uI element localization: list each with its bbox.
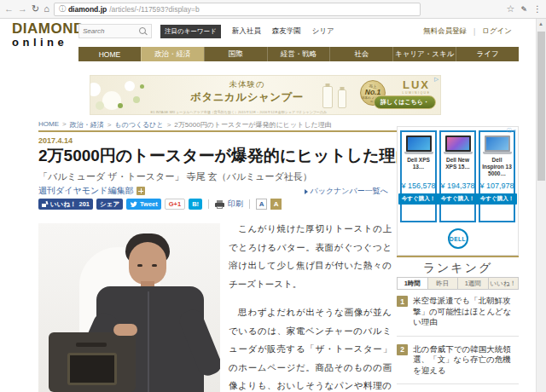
browser-menu-icon[interactable]: ⋮ <box>533 4 542 14</box>
ranking-item[interactable]: 2 北の脅威下での韓国大統領選、「文」なら存亡の危機を迎える <box>397 336 519 384</box>
keyword-link[interactable]: 新入社員 <box>232 26 261 37</box>
dell-product-card[interactable]: Dell Inspiron 13 5000… ¥ 107,978 今すぐ購入！ <box>479 130 515 222</box>
banner-fineprint: ※1 INTAGE SRI トータルヘアケア市場（育毛剤を除く）2015年12月… <box>150 110 406 114</box>
divider <box>249 199 250 209</box>
balmuda-toaster <box>49 332 136 392</box>
adchoices-icon[interactable]: ▷ <box>434 76 439 83</box>
article-photo-terao-gen <box>38 223 220 392</box>
scrollbar-thumb[interactable] <box>537 32 545 181</box>
backnumber-link[interactable]: バックナンバー一覧へ <box>305 186 388 197</box>
laptop-image <box>444 135 473 154</box>
nav-tab-politics-economy[interactable]: 政治・経済 <box>141 47 204 61</box>
site-logo-line1: DIAMOND <box>12 21 84 36</box>
buy-now-button[interactable]: 今すぐ購入！ <box>438 193 478 205</box>
lux-brand-logo: LUX LUMINIQUE <box>396 78 437 95</box>
tweet-button[interactable]: Tweet <box>126 199 161 210</box>
twitter-bird-icon <box>130 200 137 208</box>
nav-tab-life[interactable]: ライフ <box>456 47 519 61</box>
nav-tab-society[interactable]: 社会 <box>329 47 392 61</box>
login-link[interactable]: ログイン <box>482 26 512 37</box>
thumbs-up-icon <box>42 201 48 207</box>
product-price: ¥ 194,378 <box>440 182 474 190</box>
ranking-item-title[interactable]: 米空母派遣でも「北朝鮮攻撃」の可能性はほとんどない理由 <box>413 296 519 328</box>
keyword-link[interactable]: シリア <box>312 26 334 37</box>
buy-now-button[interactable]: 今すぐ購入！ <box>398 193 439 205</box>
article-byline: 週刊ダイヤモンド編集部 <box>38 185 145 197</box>
divider <box>397 256 519 257</box>
breadcrumb-home[interactable]: HOME <box>38 120 67 130</box>
social-share-bar: いいね！201 シェア Tweet G+1 B! 印刷 A A <box>38 199 282 210</box>
dell-product-card[interactable]: Dell XPS 13… ¥ 156,578 今すぐ購入！ <box>400 130 437 222</box>
back-icon[interactable]: ← <box>4 4 14 14</box>
browser-window: ← → ↻ ⌂ ⓘ diamond.jp/articles/-/117593?d… <box>0 0 546 392</box>
arrow-right-icon <box>305 189 308 194</box>
address-bar[interactable]: ⓘ diamond.jp/articles/-/117593?display=b <box>54 3 421 16</box>
breadcrumb-current: 2万5000円のトースターが爆発的にヒットした理由 <box>174 120 331 130</box>
printer-icon <box>215 200 224 209</box>
shampoo-banner-ad[interactable]: 未体験の ボタニカルシャンプー 売上 No.1 日本の ノンシリコン LUX L… <box>90 75 441 115</box>
nav-tab-home[interactable]: HOME <box>78 47 141 61</box>
url-path: /articles/-/117593?display=b <box>109 5 199 14</box>
breadcrumb-category[interactable]: 政治・経済 <box>70 120 112 130</box>
ranking-tab-1week[interactable]: 1週間 <box>458 277 489 290</box>
product-price: ¥ 107,978 <box>479 182 514 190</box>
keyword-row: 注目のキーワード 新入社員 森友学園 シリア <box>160 25 334 38</box>
refresh-icon[interactable]: ↻ <box>32 4 39 14</box>
extension-icon[interactable]: ✎ <box>520 5 527 14</box>
article-date: 2017.4.14 <box>38 136 73 145</box>
browser-toolbar: ← → ↻ ⌂ ⓘ diamond.jp/articles/-/117593?d… <box>0 0 546 19</box>
divider <box>208 199 209 209</box>
facebook-like-button[interactable]: いいね！201 <box>38 199 93 210</box>
nav-tab-international[interactable]: 国際 <box>204 47 267 61</box>
keyword-badge: 注目のキーワード <box>160 25 221 38</box>
laptop-image <box>483 135 512 154</box>
shampoo-bottle <box>322 86 333 108</box>
google-plus-button[interactable]: G+1 <box>165 199 185 210</box>
dell-ad[interactable]: ⓘ × Dell XPS 13… ¥ 156,578 今すぐ購入！ Dell N… <box>397 126 519 256</box>
search-box[interactable] <box>78 24 152 38</box>
page-scrollbar[interactable]: ▲ <box>536 19 546 392</box>
ranking-list: 1 米空母派遣でも「北朝鮮攻撃」の可能性はほとんどない理由 2 北の脅威下での韓… <box>397 296 519 392</box>
font-size-large-button[interactable]: A <box>270 199 282 210</box>
photo-hand <box>113 324 137 336</box>
ranking-tab-1hour[interactable]: 1時間 <box>397 277 428 290</box>
ranking-tab-yesterday[interactable]: 昨日 <box>428 277 459 290</box>
ranking-item[interactable]: 3 「93%の日本人は中国が嫌い」という調査数字が中国国内に起こした波紋 <box>397 383 519 392</box>
print-button[interactable]: 印刷 <box>215 199 243 210</box>
ranking-item[interactable]: 1 米空母派遣でも「北朝鮮攻撃」の可能性はほとんどない理由 <box>397 296 519 336</box>
laptop-image <box>404 135 433 154</box>
ad-info-close-icons[interactable]: ⓘ × <box>507 127 516 135</box>
article-title: 2万5000円のトースターが爆発的にヒットした理由 <box>38 145 397 167</box>
ranking-tab-likes[interactable]: いいね！ <box>489 277 520 290</box>
divider: | <box>473 27 475 36</box>
author-link[interactable]: 週刊ダイヤモンド編集部 <box>38 185 133 197</box>
breadcrumb-series[interactable]: ものつくるひと <box>114 120 171 130</box>
photo-eye <box>152 264 157 267</box>
rank-number: 1 <box>397 296 408 307</box>
author-expand-icon[interactable] <box>136 187 145 195</box>
photo-eye <box>137 264 142 267</box>
article-subtitle: 「バルミューダ ザ・トースター」 寺尾 玄（バルミューダ社長） <box>38 170 312 183</box>
nav-tab-career[interactable]: キャリア・スキル <box>392 47 456 61</box>
banner-cta-button[interactable]: 詳しくはこちら・ <box>374 95 436 109</box>
hatena-bookmark-button[interactable]: B! <box>189 199 202 210</box>
page-info-icon[interactable]: ⓘ <box>59 4 66 14</box>
ranking-item-title[interactable]: 北の脅威下での韓国大統領選、「文」なら存亡の危機を迎える <box>413 344 519 377</box>
bookmark-star-icon[interactable]: ☆ <box>507 3 515 14</box>
dell-logo[interactable]: DELL <box>448 228 468 249</box>
search-icon[interactable] <box>139 27 148 36</box>
forward-icon[interactable]: → <box>18 4 27 14</box>
url-host: diamond.jp <box>68 5 107 14</box>
site-logo[interactable]: DIAMOND online <box>12 21 84 48</box>
buy-now-button[interactable]: 今すぐ購入！ <box>477 193 517 205</box>
facebook-share-button[interactable]: シェア <box>96 199 123 210</box>
register-link[interactable]: 無料会員登録 <box>423 26 467 37</box>
scroll-up-icon[interactable]: ▲ <box>538 21 543 26</box>
nav-tab-management[interactable]: 経営・戦略 <box>267 47 330 61</box>
font-size-small-button[interactable]: A <box>256 199 267 210</box>
dell-product-card[interactable]: Dell New XPS 15… ¥ 194,378 今すぐ購入！ <box>439 130 476 222</box>
search-input[interactable] <box>83 27 139 35</box>
product-price: ¥ 156,578 <box>401 182 435 190</box>
keyword-link[interactable]: 森友学園 <box>272 26 301 37</box>
home-icon[interactable]: ⌂ <box>44 4 49 14</box>
